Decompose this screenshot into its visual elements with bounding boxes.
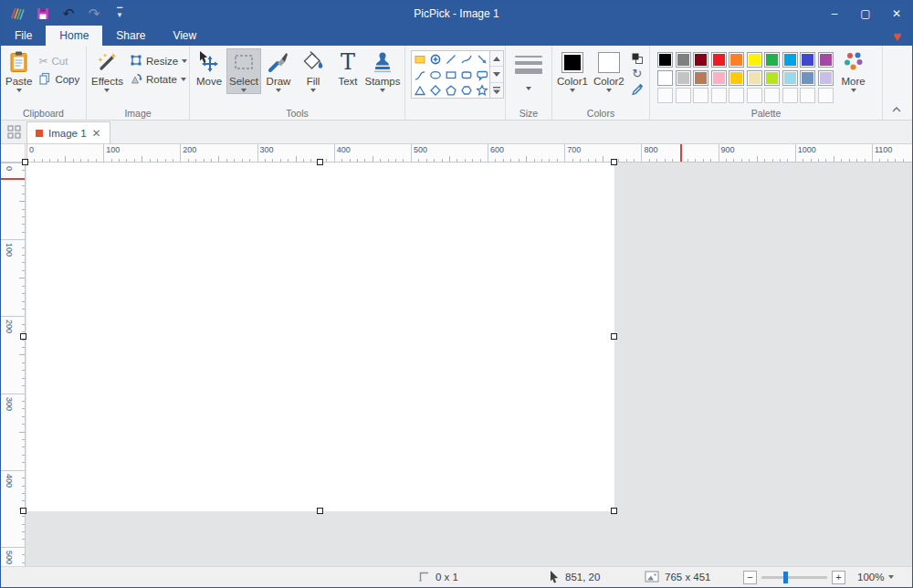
palette-swatch-c8bfe7[interactable] <box>818 70 834 86</box>
menu-tab-home[interactable]: Home <box>46 26 102 46</box>
palette-swatch-c3c3c3[interactable] <box>676 70 691 86</box>
document-tab-image1[interactable]: Image 1 ✕ <box>26 121 110 143</box>
palette-empty-swatch[interactable] <box>711 88 727 103</box>
stamps-button[interactable]: Stamps <box>365 48 400 94</box>
cut-button[interactable]: ✂ Cut <box>35 52 83 70</box>
swap-colors-icon[interactable] <box>630 51 645 65</box>
menu-tab-share[interactable]: Share <box>102 26 159 46</box>
palette-swatch-000000[interactable] <box>657 52 673 68</box>
minimize-button[interactable]: – <box>819 1 850 26</box>
menu-tab-file[interactable]: File <box>1 26 46 46</box>
size-button[interactable] <box>508 56 550 90</box>
copy-button[interactable]: Copy <box>35 70 83 89</box>
palette-empty-swatch[interactable] <box>764 88 780 103</box>
palette-swatch-22b14c[interactable] <box>764 52 780 68</box>
palette-empty-swatch[interactable] <box>818 88 834 103</box>
palette-swatch-ffc90e[interactable] <box>729 70 744 86</box>
selection-handle[interactable] <box>20 333 26 340</box>
gallery-scroll-up-icon[interactable] <box>490 51 503 67</box>
zoom-out-button[interactable]: − <box>743 571 757 584</box>
palette-empty-swatch[interactable] <box>676 88 691 103</box>
selection-handle[interactable] <box>611 508 617 514</box>
collapse-ribbon-icon[interactable] <box>892 103 901 114</box>
resize-button[interactable]: Resize <box>126 52 191 70</box>
draw-button[interactable]: Draw <box>261 48 296 94</box>
palette-swatch-99d9ea[interactable] <box>782 70 798 86</box>
customize-quick-access-icon[interactable]: ▔▼ <box>112 6 127 21</box>
colors-group: Color1 Color2 ↻ <box>552 46 650 120</box>
save-icon[interactable] <box>36 6 50 21</box>
eyedropper-icon[interactable] <box>630 82 645 96</box>
shape-ellipse-icon[interactable] <box>427 67 443 82</box>
reset-colors-icon[interactable]: ↻ <box>630 67 645 80</box>
color2-button[interactable]: Color2 <box>591 48 627 94</box>
palette-swatch-00a2e8[interactable] <box>782 52 798 68</box>
shape-magnifier-icon[interactable] <box>427 51 443 67</box>
undo-icon[interactable]: ↶ <box>61 6 76 21</box>
shape-highlight-icon[interactable] <box>412 51 427 67</box>
gallery-scroll-down-icon[interactable] <box>490 67 503 82</box>
selection-handle[interactable] <box>611 159 617 165</box>
palette-empty-swatch[interactable] <box>729 88 744 103</box>
palette-swatch-fff200[interactable] <box>747 52 762 68</box>
palette-swatch-ff7f27[interactable] <box>729 52 744 68</box>
move-button[interactable]: Move <box>192 48 226 94</box>
shape-pentagon-icon[interactable] <box>443 82 458 98</box>
palette-swatch-b5e61d[interactable] <box>764 70 780 86</box>
shape-star-icon[interactable] <box>474 82 489 98</box>
shape-arrow-icon[interactable] <box>474 51 489 67</box>
shape-hexagon-icon[interactable] <box>458 82 474 98</box>
palette-empty-swatch[interactable] <box>657 88 673 103</box>
menu-tab-view[interactable]: View <box>159 26 210 46</box>
effects-button[interactable]: Effects <box>89 48 126 94</box>
selection-handle[interactable] <box>22 159 28 165</box>
shape-triangle-icon[interactable] <box>412 82 427 98</box>
more-colors-icon <box>842 50 866 74</box>
shape-speech-bubble-icon[interactable] <box>474 67 489 82</box>
zoom-in-button[interactable]: + <box>832 571 845 584</box>
maximize-button[interactable]: ▢ <box>850 1 881 26</box>
text-button[interactable]: TText <box>331 48 365 94</box>
palette-swatch-880015[interactable] <box>693 52 708 68</box>
fill-button[interactable]: Fill <box>296 48 331 94</box>
palette-swatch-ffffff[interactable] <box>657 70 673 86</box>
color1-button[interactable]: Color1 <box>554 48 591 94</box>
zoom-slider-thumb[interactable] <box>783 572 788 583</box>
palette-empty-swatch[interactable] <box>782 88 798 103</box>
selection-handle[interactable] <box>317 159 323 165</box>
palette-swatch-b97a57[interactable] <box>693 70 708 86</box>
palette-empty-swatch[interactable] <box>747 88 762 103</box>
color1-dropdown-icon <box>570 89 575 92</box>
palette-empty-swatch[interactable] <box>693 88 708 103</box>
shape-connector-icon[interactable] <box>412 67 427 82</box>
palette-swatch-a349a4[interactable] <box>818 52 834 68</box>
select-button[interactable]: Select <box>226 48 261 94</box>
redo-icon[interactable]: ↷ <box>87 6 101 21</box>
selection-handle[interactable] <box>20 508 26 514</box>
palette-swatch-7f7f7f[interactable] <box>676 52 691 68</box>
palette-empty-swatch[interactable] <box>800 88 815 103</box>
close-button[interactable]: ✕ <box>881 1 912 26</box>
selection-handle[interactable] <box>317 508 323 514</box>
palette-swatch-ed1c24[interactable] <box>711 52 727 68</box>
selection-handle[interactable] <box>611 333 617 340</box>
more-colors-button[interactable]: More <box>839 48 868 94</box>
paste-button[interactable]: Paste <box>3 48 35 94</box>
shape-rounded-rectangle-icon[interactable] <box>458 67 474 82</box>
gallery-more-icon[interactable] <box>490 83 503 98</box>
canvas[interactable] <box>26 163 614 511</box>
palette-swatch-7092be[interactable] <box>800 70 815 86</box>
rotate-button[interactable]: Rotate <box>126 70 191 89</box>
palette-swatch-3f48cc[interactable] <box>800 52 815 68</box>
shape-line-icon[interactable] <box>443 51 458 67</box>
zoom-dropdown-icon[interactable] <box>888 575 894 579</box>
window-grid-icon[interactable] <box>1 121 26 143</box>
heart-icon[interactable]: ♥ <box>893 29 901 43</box>
shape-diamond-icon[interactable] <box>427 82 443 98</box>
tab-close-icon[interactable]: ✕ <box>92 128 101 139</box>
shape-rectangle-icon[interactable] <box>443 67 458 82</box>
zoom-slider[interactable] <box>761 576 827 579</box>
palette-swatch-efe4b0[interactable] <box>747 70 762 86</box>
shape-curve-icon[interactable] <box>458 51 474 67</box>
palette-swatch-ffaec8[interactable] <box>711 70 727 86</box>
